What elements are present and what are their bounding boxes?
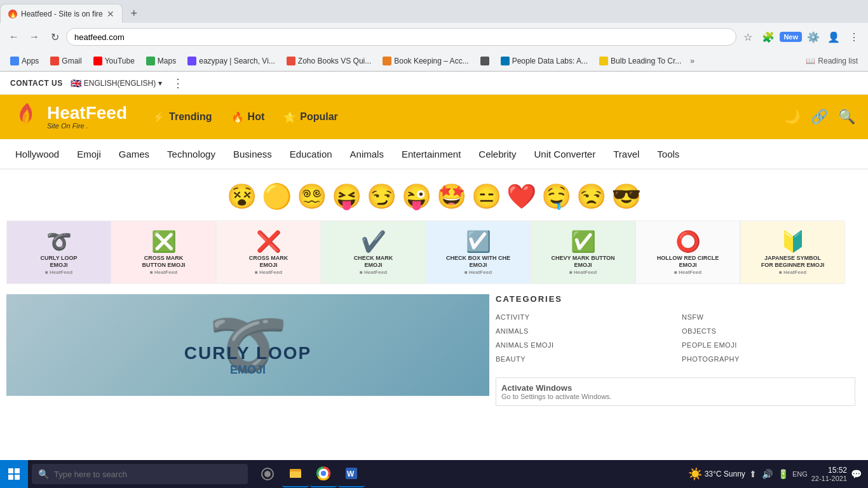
active-tab[interactable]: 🔥 Heatfeed - Site is on fire ✕ [0, 4, 123, 23]
taskbar-search-input[interactable] [54, 470, 241, 479]
emoji-item[interactable]: 😜 [402, 182, 431, 210]
nav-hot[interactable]: 🔥 Hot [231, 111, 265, 123]
nav-item-technology[interactable]: Technology [158, 139, 224, 168]
nav-item-emoji[interactable]: Emoji [68, 139, 110, 168]
share-icon[interactable]: 🔗 [811, 109, 828, 125]
site-menu-icon[interactable]: ⋮ [172, 76, 184, 90]
category-beauty[interactable]: BEAUTY [496, 353, 669, 365]
emoji-item[interactable]: 😏 [367, 182, 397, 210]
nav-icon-buttons: 🌙 🔗 🔍 [783, 109, 855, 125]
reload-button[interactable]: ↻ [46, 28, 64, 46]
nav-item-tools[interactable]: Tools [648, 139, 688, 168]
nav-trending[interactable]: ⚡ Trending [153, 111, 212, 123]
category-activity[interactable]: ACTIVITY [496, 311, 669, 323]
notification-icon[interactable]: 💬 [851, 469, 862, 479]
bookmark-zoho[interactable]: Zoho Books VS Qui... [281, 55, 376, 67]
language-indicator[interactable]: ENG [792, 470, 808, 478]
new-badge[interactable]: New [780, 32, 802, 42]
dark-mode-icon[interactable]: 🌙 [783, 109, 801, 125]
article-card-hollow-circle[interactable]: ⭕ Hollow Red CircleEmoji ■ HeatFeed [635, 220, 740, 284]
extensions-button[interactable]: 🧩 [759, 28, 777, 46]
nav-item-entertainment[interactable]: Entertainment [393, 139, 470, 168]
emoji-item[interactable]: 😑 [471, 182, 501, 210]
bookmark-people[interactable]: People Data Labs: A... [496, 55, 593, 67]
volume-icon[interactable]: 🔊 [762, 469, 773, 479]
start-icon [8, 468, 20, 480]
nav-item-celebrity[interactable]: Celebrity [470, 139, 525, 168]
reading-list-button[interactable]: 📖 Reading list [801, 55, 863, 67]
nav-item-unit-converter[interactable]: Unit Converter [526, 139, 605, 168]
article-card-cross-mark[interactable]: ❌ CROSS MARKEMOJI ■ HeatFeed [216, 220, 321, 284]
card-source: ■ HeatFeed [465, 269, 492, 275]
emoji-item[interactable]: 😝 [332, 182, 362, 210]
category-people-emoji[interactable]: PEOPLE EMOJI [682, 339, 855, 351]
nav-item-travel[interactable]: Travel [604, 139, 648, 168]
category-nsfw[interactable]: NSFW [682, 311, 855, 323]
contact-us-link[interactable]: CONTACT US [10, 79, 63, 88]
bookmark-favicon-zoho [287, 57, 295, 65]
tab-close-button[interactable]: ✕ [107, 9, 114, 19]
bookmark-star-button[interactable]: ☆ [739, 28, 757, 46]
emoji-item[interactable]: ❤️ [506, 182, 536, 210]
article-card-checkbox[interactable]: ☑️ Check Box with CheEmoji ■ HeatFeed [426, 220, 531, 284]
card-emoji: ☑️ [466, 229, 491, 254]
battery-icon[interactable]: 🔋 [778, 469, 789, 479]
bookmark-773[interactable] [475, 55, 494, 67]
bookmark-youtube[interactable]: YouTube [88, 55, 140, 67]
network-icon[interactable]: ⬆ [749, 469, 757, 479]
taskbar-explorer-button[interactable] [282, 461, 309, 487]
article-card-chevy-mark[interactable]: ✅ CHEVY MARK BUTTONEMOJI ■ HeatFeed [531, 220, 635, 284]
taskbar-chrome-button[interactable] [310, 461, 337, 487]
category-objects[interactable]: OBJECTS [682, 325, 855, 337]
nav-hot-label: Hot [248, 111, 265, 123]
back-button[interactable]: ← [5, 28, 23, 46]
article-card-check-mark[interactable]: ✔️ Check MarkEmoji ■ HeatFeed [321, 220, 426, 284]
tab-favicon: 🔥 [8, 10, 17, 18]
bookmark-bulb[interactable]: Bulb Leading To Cr... [594, 55, 686, 67]
article-card-cross-button[interactable]: ❎ CROSS MARKBUTTON EMOJI ■ HeatFeed [111, 220, 216, 284]
nav-item-animals[interactable]: Animals [341, 139, 393, 168]
nav-item-business[interactable]: Business [224, 139, 281, 168]
bookmark-gmail[interactable]: Gmail [45, 55, 86, 67]
emoji-item[interactable]: 🤤 [541, 182, 571, 210]
bookmark-bookkeeping[interactable]: Book Keeping – Acc... [377, 55, 473, 67]
settings-button[interactable]: ⚙️ [804, 28, 822, 46]
language-selector[interactable]: 🇬🇧 ENGLISH(ENGLISH) ▾ [71, 78, 162, 88]
weather-widget[interactable]: ☀️ 33°C Sunny [688, 467, 745, 481]
emoji-item[interactable]: 😵 [227, 182, 257, 210]
profile-button[interactable]: 👤 [825, 28, 843, 46]
nav-popular[interactable]: ⭐ Popular [283, 111, 338, 123]
taskbar-word-button[interactable]: W [338, 461, 365, 487]
menu-button[interactable]: ⋮ [845, 28, 863, 46]
card-label: CURLY LOOPEMOJI [40, 255, 77, 269]
emoji-item[interactable]: 🟡 [262, 182, 292, 210]
bookmark-maps[interactable]: Maps [141, 55, 181, 67]
article-card-japanese-symbol[interactable]: 🔰 JAPANESE SYMBOLFOR BEGINNER EMOJI ■ He… [740, 220, 845, 284]
system-clock[interactable]: 15:52 22-11-2021 [811, 466, 847, 482]
bookmark-eazypay[interactable]: eazypay | Search, Vi... [182, 55, 280, 67]
start-button[interactable] [0, 460, 28, 488]
nav-item-games[interactable]: Games [110, 139, 158, 168]
search-icon[interactable]: 🔍 [838, 109, 855, 125]
bookmark-apps[interactable]: Apps [5, 55, 44, 67]
emoji-item[interactable]: 😎 [611, 182, 641, 210]
emoji-item[interactable]: 😒 [576, 182, 606, 210]
address-bar[interactable] [66, 28, 736, 46]
card-label: JAPANESE SYMBOLFOR BEGINNER EMOJI [761, 255, 825, 269]
category-animals[interactable]: ANIMALS [496, 325, 669, 337]
forward-button[interactable]: → [25, 28, 43, 46]
more-bookmarks-button[interactable]: » [690, 57, 695, 65]
category-animals-emoji[interactable]: ANIMALS EMOJI [496, 339, 669, 351]
start-square [15, 475, 20, 480]
category-photography[interactable]: PHOTOGRAPHY [682, 353, 855, 365]
emoji-item[interactable]: 🤩 [437, 182, 466, 210]
taskbar-cortana-button[interactable] [254, 461, 281, 487]
taskbar-search-box[interactable]: 🔍 [32, 464, 248, 484]
emoji-item[interactable]: 😵‍💫 [297, 182, 327, 210]
main-article-image[interactable]: ➰ CURLY LOOP EMOJI [6, 294, 489, 396]
article-card-curly-loop[interactable]: ➰ CURLY LOOPEMOJI ■ HeatFeed [6, 220, 111, 284]
nav-item-hollywood[interactable]: Hollywood [6, 139, 68, 168]
nav-item-education[interactable]: Education [281, 139, 341, 168]
site-logo[interactable]: HeatFeed Site On Fire . [13, 100, 127, 133]
new-tab-button[interactable]: + [125, 4, 143, 22]
